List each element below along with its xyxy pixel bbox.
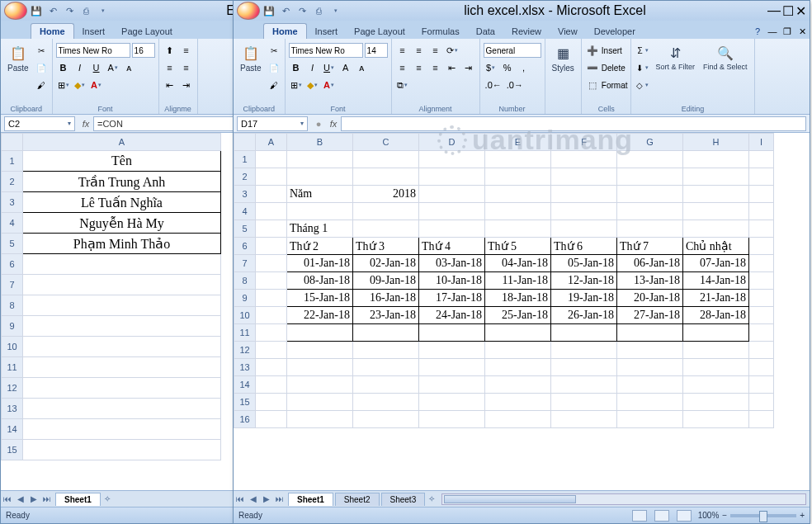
row-header[interactable]: 7 bbox=[234, 255, 256, 272]
cell[interactable] bbox=[287, 203, 353, 220]
cell[interactable] bbox=[256, 290, 287, 307]
cell[interactable] bbox=[353, 168, 419, 186]
cell[interactable] bbox=[683, 394, 749, 411]
sheet-nav-last-icon[interactable]: ⏭ bbox=[273, 494, 286, 503]
row-header[interactable]: 14 bbox=[234, 376, 256, 394]
cell[interactable] bbox=[749, 290, 774, 307]
valign-mid-icon[interactable]: ≡ bbox=[412, 43, 427, 58]
cell[interactable] bbox=[749, 238, 774, 255]
styles-button[interactable]: ▦Styles bbox=[549, 42, 578, 74]
row-header[interactable]: 1 bbox=[234, 151, 256, 168]
cell[interactable] bbox=[683, 186, 749, 203]
cell[interactable]: 14-Jan-18 bbox=[683, 272, 749, 290]
cell[interactable] bbox=[23, 254, 221, 275]
row-header[interactable]: 7 bbox=[2, 275, 23, 295]
cell[interactable] bbox=[256, 255, 287, 272]
horizontal-scrollbar[interactable] bbox=[441, 493, 806, 505]
cell[interactable] bbox=[683, 220, 749, 238]
cell[interactable] bbox=[749, 255, 774, 272]
scroll-thumb[interactable] bbox=[444, 495, 576, 503]
col-header[interactable]: F bbox=[551, 134, 617, 151]
row-header[interactable]: 16 bbox=[234, 411, 256, 428]
cell[interactable] bbox=[256, 359, 287, 376]
cell[interactable] bbox=[419, 168, 485, 186]
formatpainter-icon[interactable]: 🖌 bbox=[267, 77, 281, 93]
shrink-font-icon[interactable]: ᴀ bbox=[355, 60, 370, 75]
office-button[interactable] bbox=[4, 2, 27, 20]
dec-decimal-icon[interactable]: .0→ bbox=[505, 78, 525, 92]
save-icon[interactable]: 💾 bbox=[262, 3, 276, 18]
close-button[interactable]: ✕ bbox=[795, 3, 806, 19]
cell[interactable] bbox=[419, 376, 485, 394]
cell[interactable]: Thứ 2 bbox=[287, 238, 353, 255]
underline-button[interactable]: U bbox=[322, 60, 337, 75]
cell[interactable]: 12-Jan-18 bbox=[551, 272, 617, 290]
align-right-icon[interactable]: ≡ bbox=[428, 60, 443, 75]
cell[interactable] bbox=[749, 168, 774, 186]
cell[interactable] bbox=[551, 203, 617, 220]
find-select-button[interactable]: 🔍Find & Select bbox=[700, 42, 751, 73]
cell[interactable] bbox=[749, 359, 774, 376]
clear-icon[interactable]: ◇ bbox=[635, 77, 650, 93]
cell[interactable] bbox=[485, 376, 551, 394]
cell[interactable] bbox=[419, 342, 485, 359]
cell[interactable] bbox=[617, 342, 683, 359]
indent-dec-icon[interactable]: ⇤ bbox=[163, 78, 177, 92]
insert-cells-icon[interactable]: ➕ bbox=[585, 43, 600, 58]
print-icon[interactable]: ⎙ bbox=[78, 3, 93, 18]
row-header[interactable]: 13 bbox=[234, 359, 256, 376]
cell[interactable]: 18-Jan-18 bbox=[485, 290, 551, 307]
row-header[interactable]: 3 bbox=[234, 186, 256, 203]
fx-icon[interactable]: fx bbox=[78, 119, 93, 129]
col-header[interactable]: D bbox=[419, 134, 485, 151]
cell[interactable] bbox=[617, 324, 683, 342]
cell[interactable]: 28-Jan-18 bbox=[683, 307, 749, 324]
percent-icon[interactable]: % bbox=[500, 60, 515, 75]
cell[interactable]: 23-Jan-18 bbox=[353, 307, 419, 324]
cell[interactable] bbox=[749, 151, 774, 168]
paste-button[interactable]: 📋Paste bbox=[4, 42, 32, 74]
cell[interactable] bbox=[749, 186, 774, 203]
cell[interactable] bbox=[256, 272, 287, 290]
row-header[interactable]: 15 bbox=[2, 440, 23, 460]
row-header[interactable]: 3 bbox=[2, 192, 23, 213]
worksheet-area[interactable]: A1Tên2Trần Trung Anh3Lê Tuấn Nghĩa4Nguyễ… bbox=[1, 133, 238, 490]
cell[interactable]: 06-Jan-18 bbox=[617, 255, 683, 272]
cell[interactable] bbox=[353, 411, 419, 428]
sheet-nav-prev-icon[interactable]: ◀ bbox=[247, 494, 260, 503]
select-all-coride[interactable] bbox=[2, 134, 23, 151]
sheet-nav-last-icon[interactable]: ⏭ bbox=[40, 494, 54, 503]
cell[interactable] bbox=[749, 342, 774, 359]
undo-icon[interactable]: ↶ bbox=[45, 3, 60, 18]
shrink-font-icon[interactable]: ᴀ bbox=[122, 60, 137, 75]
col-header[interactable]: G bbox=[617, 134, 683, 151]
cell[interactable] bbox=[419, 324, 485, 342]
cell[interactable] bbox=[353, 394, 419, 411]
row-header[interactable]: 8 bbox=[2, 295, 23, 316]
cell[interactable] bbox=[353, 376, 419, 394]
cell[interactable]: 2018 bbox=[353, 186, 419, 203]
cell[interactable]: 03-Jan-18 bbox=[419, 255, 485, 272]
bold-button[interactable]: B bbox=[289, 60, 304, 75]
row-header[interactable]: 13 bbox=[2, 399, 23, 419]
cell[interactable] bbox=[617, 411, 683, 428]
underline-button[interactable]: U bbox=[89, 60, 104, 75]
align-center-icon[interactable]: ≡ bbox=[179, 60, 194, 75]
cell[interactable] bbox=[617, 203, 683, 220]
tab-data[interactable]: Data bbox=[468, 24, 503, 39]
cell[interactable] bbox=[23, 357, 221, 378]
cell[interactable] bbox=[683, 411, 749, 428]
indent-inc-icon[interactable]: ⇥ bbox=[179, 78, 194, 92]
tab-view[interactable]: View bbox=[550, 24, 586, 39]
row-header[interactable]: 11 bbox=[234, 324, 256, 342]
font-select[interactable] bbox=[56, 43, 130, 58]
align-top-icon[interactable]: ⬆ bbox=[163, 43, 177, 58]
cell[interactable] bbox=[617, 376, 683, 394]
cell[interactable] bbox=[23, 337, 221, 357]
cell[interactable]: 02-Jan-18 bbox=[353, 255, 419, 272]
col-header[interactable]: C bbox=[353, 134, 419, 151]
cell[interactable] bbox=[287, 168, 353, 186]
formula-input[interactable]: =CON bbox=[93, 116, 235, 131]
cell[interactable] bbox=[485, 411, 551, 428]
cell[interactable] bbox=[256, 342, 287, 359]
